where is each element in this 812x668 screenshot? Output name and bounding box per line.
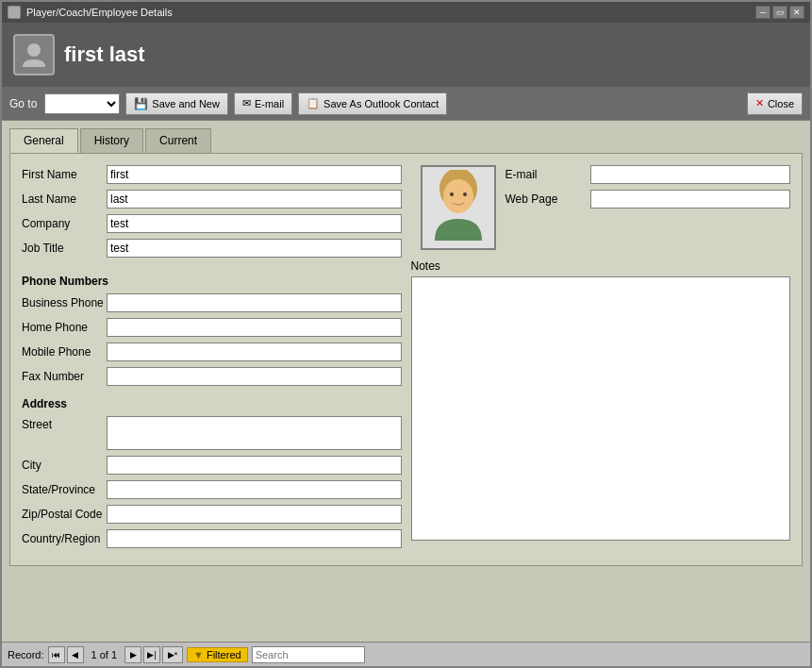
last-name-label: Last Name	[22, 192, 107, 206]
company-row: Company	[22, 214, 402, 233]
photo-contact-row: E-mail Web Page	[411, 165, 791, 250]
person-icon	[13, 34, 55, 75]
home-phone-input[interactable]	[107, 318, 402, 337]
svg-rect-0	[8, 7, 20, 18]
filtered-label: Filtered	[207, 649, 241, 660]
restore-button[interactable]: ▭	[772, 6, 787, 19]
last-record-button[interactable]: ▶|	[143, 646, 160, 663]
last-name-input[interactable]	[107, 190, 402, 209]
zip-input[interactable]	[107, 505, 402, 524]
web-page-label: Web Page	[505, 192, 590, 206]
svg-point-3	[443, 179, 473, 213]
company-input[interactable]	[107, 214, 402, 233]
window-title: Player/Coach/Employee Details	[26, 7, 173, 18]
zip-row: Zip/Postal Code	[22, 505, 402, 524]
home-phone-label: Home Phone	[22, 321, 107, 334]
home-phone-row: Home Phone	[22, 318, 402, 337]
country-input[interactable]	[107, 529, 402, 548]
title-bar-controls: ─ ▭ ✕	[755, 6, 804, 19]
prev-record-button[interactable]: ◀	[67, 646, 84, 663]
zip-label: Zip/Postal Code	[22, 508, 107, 521]
fax-number-input[interactable]	[107, 367, 402, 386]
phone-section-header: Phone Numbers	[22, 275, 402, 288]
notes-section: Notes	[411, 259, 791, 543]
svg-point-5	[463, 192, 467, 196]
app-icon	[8, 6, 21, 19]
company-label: Company	[22, 217, 107, 230]
close-title-button[interactable]: ✕	[789, 6, 804, 19]
left-section: First Name Last Name Company	[22, 165, 402, 554]
filtered-badge: ▼ Filtered	[187, 647, 248, 662]
right-section: E-mail Web Page Notes	[411, 165, 791, 554]
status-bar: Record: ⏮ ◀ 1 of 1 ▶ ▶| ▶* ▼ Filtered	[2, 642, 810, 666]
main-window: Player/Coach/Employee Details ─ ▭ ✕ firs…	[0, 0, 812, 668]
mobile-phone-row: Mobile Phone	[22, 342, 402, 361]
search-input[interactable]	[252, 646, 365, 663]
outlook-icon: 📋	[307, 97, 320, 109]
close-icon: ✕	[755, 97, 764, 109]
first-name-input[interactable]	[107, 165, 402, 184]
first-name-label: First Name	[22, 168, 107, 181]
city-row: City	[22, 456, 402, 475]
photo-area	[421, 165, 496, 250]
mobile-phone-label: Mobile Phone	[22, 345, 107, 359]
street-label: Street	[22, 416, 107, 431]
save-outlook-button[interactable]: 📋 Save As Outlook Contact	[298, 92, 447, 115]
tab-current[interactable]: Current	[145, 128, 211, 153]
notes-label: Notes	[411, 259, 791, 273]
form-panel: First Name Last Name Company	[9, 153, 803, 566]
toolbar: Go to 💾 Save and New ✉ E-mail 📋 Save As …	[2, 87, 810, 121]
svg-point-1	[27, 43, 41, 57]
title-bar-left: Player/Coach/Employee Details	[8, 6, 173, 19]
close-button[interactable]: ✕ Close	[747, 92, 803, 115]
last-name-row: Last Name	[22, 190, 402, 209]
record-position: 1 of 1	[86, 649, 124, 660]
goto-label: Go to	[9, 97, 37, 110]
business-phone-label: Business Phone	[22, 296, 107, 309]
tab-history[interactable]: History	[80, 128, 143, 153]
tab-bar: General History Current	[9, 128, 803, 153]
job-title-input[interactable]	[107, 239, 402, 258]
state-row: State/Province	[22, 480, 402, 499]
state-input[interactable]	[107, 480, 402, 499]
business-phone-row: Business Phone	[22, 293, 402, 312]
first-record-button[interactable]: ⏮	[48, 646, 65, 663]
email-web-section: E-mail Web Page	[505, 165, 791, 250]
fax-number-row: Fax Number	[22, 367, 402, 386]
state-label: State/Province	[22, 483, 107, 496]
content-area: General History Current First Name	[2, 121, 810, 642]
fax-number-label: Fax Number	[22, 370, 107, 383]
new-record-button[interactable]: ▶*	[162, 646, 183, 663]
country-label: Country/Region	[22, 532, 107, 545]
notes-input[interactable]	[411, 276, 791, 541]
goto-select[interactable]	[44, 93, 120, 114]
save-new-icon: 💾	[134, 97, 148, 110]
city-label: City	[22, 459, 107, 472]
city-input[interactable]	[107, 456, 402, 475]
job-title-label: Job Title	[22, 242, 107, 255]
email-button[interactable]: ✉ E-mail	[234, 92, 292, 115]
email-label: E-mail	[505, 168, 590, 181]
record-navigation: ⏮ ◀ 1 of 1 ▶ ▶| ▶*	[48, 646, 184, 663]
filter-icon: ▼	[193, 649, 204, 660]
header-title: first last	[64, 42, 145, 67]
basic-info-fields: First Name Last Name Company	[22, 165, 402, 263]
header-bar: first last	[2, 23, 810, 87]
save-and-new-button[interactable]: 💾 Save and New	[125, 92, 228, 115]
web-page-row: Web Page	[505, 190, 791, 209]
country-row: Country/Region	[22, 529, 402, 548]
tab-general[interactable]: General	[9, 128, 78, 153]
web-page-input[interactable]	[590, 190, 791, 209]
svg-point-4	[450, 192, 454, 196]
minimize-button[interactable]: ─	[755, 6, 771, 19]
email-icon: ✉	[242, 97, 251, 109]
street-row: Street	[22, 416, 402, 450]
street-input[interactable]	[107, 416, 402, 450]
email-input[interactable]	[590, 165, 791, 184]
record-label: Record:	[8, 649, 44, 660]
next-record-button[interactable]: ▶	[124, 646, 141, 663]
mobile-phone-input[interactable]	[107, 342, 402, 361]
business-phone-input[interactable]	[107, 293, 402, 312]
job-title-row: Job Title	[22, 239, 402, 258]
first-name-row: First Name	[22, 165, 402, 184]
